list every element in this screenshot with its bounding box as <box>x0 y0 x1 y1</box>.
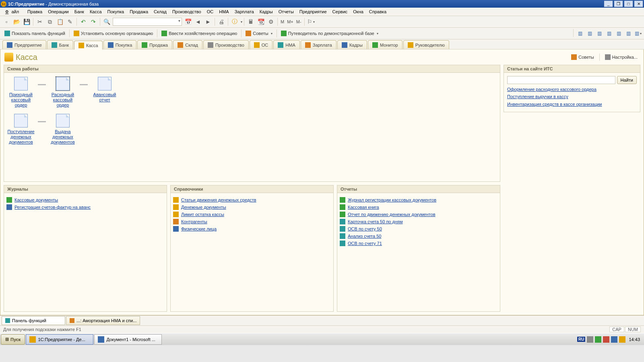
clock[interactable]: 14:43 <box>627 337 642 342</box>
find-icon[interactable]: 🔍 <box>102 17 111 27</box>
rt-icon-1[interactable]: ▥ <box>576 29 584 38</box>
menu-service[interactable]: Сервис <box>330 8 351 15</box>
rt-icon-2[interactable]: ▥ <box>585 29 594 38</box>
tray-icon[interactable] <box>611 336 617 343</box>
maximize-button[interactable]: □ <box>624 0 633 7</box>
link-individuals[interactable]: Физические лица <box>181 226 217 231</box>
start-button[interactable]: ⊞Пуск <box>1 334 25 345</box>
wintab-amort[interactable]: ...: Амортизация НМА и спи... <box>66 316 140 325</box>
menu-enterprise[interactable]: Предприятие <box>297 8 330 15</box>
link-cashflow-items[interactable]: Статьи движения денежных средств <box>181 197 256 202</box>
tab-sale[interactable]: Продажа <box>137 40 172 49</box>
rt-icon-4[interactable]: ▥ <box>605 29 613 38</box>
mem-mplus[interactable]: M+ <box>286 19 295 24</box>
menu-sale[interactable]: Продажа <box>127 8 151 15</box>
menu-purchase[interactable]: Покупка <box>105 8 127 15</box>
doc-receipt-money-docs[interactable]: Поступление денежных документов <box>6 114 35 145</box>
tab-manager[interactable]: Руководителю <box>403 40 449 49</box>
its-link-2[interactable]: Поступление выручки в кассу <box>507 94 637 99</box>
link-analysis-50[interactable]: Анализ счета 50 <box>348 234 381 239</box>
its-link-3[interactable]: Инвентаризация средств в кассе организац… <box>507 101 637 107</box>
tray-icon[interactable] <box>603 336 609 343</box>
undo-icon[interactable]: ↶ <box>78 17 88 27</box>
doc-issue-money-docs[interactable]: Выдача денежных документов <box>48 114 77 145</box>
menu-salary[interactable]: Зарплата <box>232 8 257 15</box>
menu-bank[interactable]: Банк <box>72 8 87 15</box>
doc-incoming-cash-order[interactable]: Приходный кассовый ордер <box>6 77 35 108</box>
link-cash-limit[interactable]: Лимит остатка кассы <box>181 212 224 217</box>
rt-icon-6[interactable]: ▥ <box>624 29 633 38</box>
link-contractors[interactable]: Контрагенты <box>181 219 207 224</box>
rt-icon-7[interactable]: ▥▾ <box>634 29 642 38</box>
show-panel-button[interactable]: Показать панель функций <box>2 29 68 38</box>
task-word[interactable]: Документ1 - Microsoft ... <box>94 334 162 345</box>
menu-operations[interactable]: Операции <box>45 8 71 15</box>
back-icon[interactable]: ◄ <box>193 17 203 27</box>
doc-outgoing-cash-order[interactable]: Расходный кассовый ордер <box>48 77 77 108</box>
rt-icon-5[interactable]: ▥ <box>614 29 623 38</box>
tab-salary[interactable]: Зарплата <box>301 40 336 49</box>
link-invoice-reg[interactable]: Регистрация счетов-фактур на аванс <box>14 205 91 210</box>
menu-warehouse[interactable]: Склад <box>151 8 169 15</box>
tips-button[interactable]: Советы <box>569 53 596 61</box>
its-link-1[interactable]: Оформление расходного кассового ордера <box>507 86 637 92</box>
link-cash-reg-journal[interactable]: Журнал регистрации кассовых документов <box>348 197 436 202</box>
tab-bank[interactable]: Банк <box>47 40 73 49</box>
paste-icon[interactable]: 📋 <box>55 17 65 27</box>
link-osv-50[interactable]: ОСВ по счету 50 <box>348 226 382 231</box>
tab-os[interactable]: ОС <box>250 40 273 49</box>
menu-help[interactable]: Справка <box>366 8 389 15</box>
copy-icon[interactable]: ⧉ <box>45 17 55 27</box>
close-button[interactable]: ✕ <box>634 0 643 7</box>
lang-indicator[interactable]: RU <box>577 337 585 342</box>
calendar-icon[interactable]: 📅 <box>183 17 193 27</box>
menu-personnel[interactable]: Кадры <box>257 8 276 15</box>
mem-mminus[interactable]: M- <box>295 19 303 24</box>
menu-os[interactable]: ОС <box>204 8 217 15</box>
tab-purchase[interactable]: Покупка <box>103 40 137 49</box>
pencil-icon[interactable]: ✎ <box>65 17 75 27</box>
tab-production[interactable]: Производство <box>203 40 249 49</box>
menu-cash[interactable]: Касса <box>87 8 105 15</box>
menu-file[interactable]: Файл <box>2 8 25 15</box>
tab-cash[interactable]: Касса <box>74 41 103 49</box>
task-1c[interactable]: 1С:Предприятие - Де... <box>26 334 93 345</box>
search-combo[interactable] <box>113 18 182 26</box>
task-icon[interactable]: ⚙ <box>266 17 276 27</box>
enter-op-button[interactable]: Ввести хозяйственную операцию <box>159 29 240 38</box>
cut-icon[interactable]: ✂ <box>35 17 45 27</box>
menu-production[interactable]: Производство <box>169 8 204 15</box>
new-icon[interactable]: ▫ <box>2 17 11 27</box>
set-org-button[interactable]: Установить основную организацию <box>71 29 156 38</box>
mem-m[interactable]: M <box>279 19 285 24</box>
wintab-panel[interactable]: Панель функций <box>2 316 65 325</box>
menu-nma[interactable]: НМА <box>216 8 231 15</box>
tab-nma[interactable]: НМА <box>273 40 299 49</box>
tab-enterprise[interactable]: Предприятие <box>2 40 46 49</box>
tray-icon[interactable] <box>587 336 593 343</box>
demo-guide-dropdown[interactable]: Путеводитель по демонстрационной базе▾ <box>278 29 381 38</box>
link-osv-71[interactable]: ОСВ по счету 71 <box>348 241 382 246</box>
menu-edit[interactable]: Правка <box>25 8 45 15</box>
tab-personnel[interactable]: Кадры <box>337 40 367 49</box>
redo-icon[interactable]: ↷ <box>89 17 98 27</box>
link-cash-book[interactable]: Кассовая книга <box>348 205 379 210</box>
minimize-button[interactable]: _ <box>604 0 613 7</box>
tray-icon[interactable] <box>595 336 601 343</box>
help-icon[interactable]: ⓘ <box>230 17 239 27</box>
its-find-button[interactable]: Найти <box>617 76 637 84</box>
tab-monitor[interactable]: Монитор <box>368 40 402 49</box>
link-card-50-days[interactable]: Карточка счета 50 по дням <box>348 219 403 224</box>
link-money-move-report[interactable]: Отчет по движению денежных документов <box>348 212 436 217</box>
print-icon[interactable]: 🖨 <box>217 17 226 27</box>
doc-advance-report[interactable]: Авансовый отчет <box>90 77 119 103</box>
calc-icon[interactable]: 🖩 <box>246 17 256 27</box>
rt-icon-3[interactable]: ▥ <box>595 29 604 38</box>
link-cash-docs[interactable]: Кассовые документы <box>14 197 58 202</box>
tool-dropdown-icon[interactable]: ⚐▾ <box>306 17 316 27</box>
menu-reports[interactable]: Отчеты <box>276 8 297 15</box>
restore-button[interactable]: ❐ <box>614 0 623 7</box>
tab-warehouse[interactable]: Склад <box>173 40 202 49</box>
save-icon[interactable]: 💾 <box>22 17 31 27</box>
open-icon[interactable]: 📂 <box>12 17 21 27</box>
